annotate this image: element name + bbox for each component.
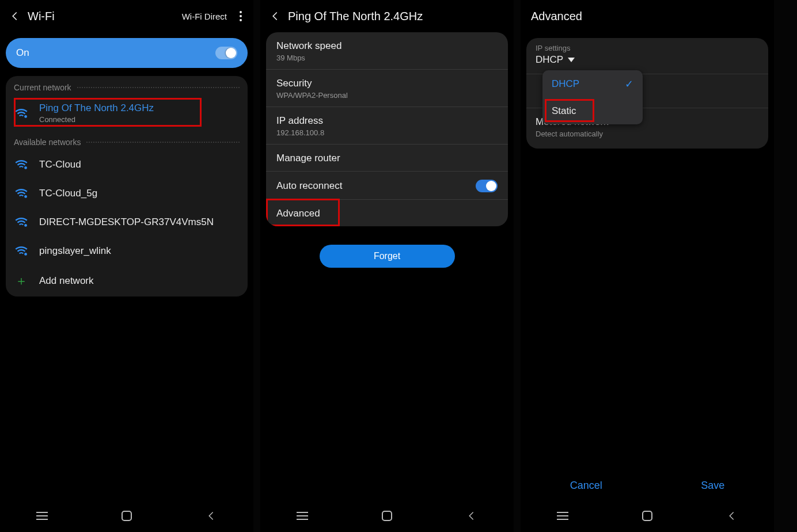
security-row: Security WPA/WPA2-Personal bbox=[266, 70, 508, 107]
ip-address-row: IP address 192.168.100.8 bbox=[266, 107, 508, 145]
back-icon[interactable] bbox=[7, 8, 23, 24]
available-networks-label: Available networks bbox=[6, 131, 248, 150]
back-button[interactable] bbox=[460, 509, 483, 523]
forget-button[interactable]: Forget bbox=[320, 245, 455, 268]
home-button[interactable] bbox=[115, 509, 138, 523]
more-icon[interactable] bbox=[235, 11, 246, 21]
wifi-lock-icon bbox=[14, 215, 29, 230]
advanced-row[interactable]: Advanced bbox=[266, 200, 508, 226]
header: Ping Of The North 2.4GHz bbox=[260, 0, 514, 32]
network-row[interactable]: pingslayer_wlink bbox=[6, 237, 248, 265]
recents-button[interactable] bbox=[291, 509, 314, 523]
add-network-label: Add network bbox=[39, 275, 94, 287]
ip-settings-row[interactable]: IP settings DHCP bbox=[536, 44, 759, 66]
svg-point-0 bbox=[24, 115, 27, 118]
connected-status: Connected bbox=[39, 115, 154, 124]
header: Wi-Fi Wi-Fi Direct bbox=[0, 0, 253, 32]
wifi-lock-icon bbox=[14, 244, 29, 259]
save-button[interactable]: Save bbox=[701, 480, 724, 492]
network-speed-row: Network speed 39 Mbps bbox=[266, 32, 508, 70]
dropdown-item-static[interactable]: Static bbox=[542, 98, 643, 124]
networks-card: Current network Ping Of The North 2.4GHz… bbox=[6, 76, 248, 297]
wifi-switch[interactable] bbox=[215, 47, 237, 59]
network-row[interactable]: TC-Cloud bbox=[6, 150, 248, 179]
page-title: Ping Of The North 2.4GHz bbox=[288, 10, 507, 23]
ssid: TC-Cloud bbox=[39, 159, 81, 170]
nav-bar bbox=[0, 500, 253, 532]
back-icon[interactable] bbox=[267, 8, 283, 24]
home-button[interactable] bbox=[636, 509, 659, 523]
wifi-direct-link[interactable]: Wi-Fi Direct bbox=[182, 12, 227, 21]
metered-value: Detect automatically bbox=[536, 130, 759, 138]
network-row[interactable]: TC-Cloud_5g bbox=[6, 179, 248, 208]
back-button[interactable] bbox=[720, 509, 743, 523]
network-info-card: Network speed 39 Mbps Security WPA/WPA2-… bbox=[266, 32, 508, 226]
home-button[interactable] bbox=[375, 509, 398, 523]
wifi-lock-icon bbox=[14, 186, 29, 201]
connected-network-row[interactable]: Ping Of The North 2.4GHz Connected bbox=[6, 96, 248, 131]
network-row[interactable]: DIRECT-MGDESKTOP-GR37V4Vms5N bbox=[6, 208, 248, 237]
recents-button[interactable] bbox=[551, 509, 574, 523]
check-icon: ✓ bbox=[625, 78, 633, 90]
auto-reconnect-switch[interactable] bbox=[476, 180, 498, 192]
advanced-card: IP settings DHCP Metered network Detect … bbox=[526, 38, 768, 149]
wifi-on-label: On bbox=[16, 47, 29, 59]
ip-settings-dropdown: DHCP ✓ Static bbox=[542, 70, 643, 124]
dropdown-icon bbox=[568, 58, 575, 62]
auto-reconnect-row[interactable]: Auto reconnect bbox=[266, 172, 508, 200]
wifi-lock-icon bbox=[14, 106, 29, 121]
ip-settings-label: IP settings bbox=[536, 44, 759, 52]
ip-settings-value[interactable]: DHCP bbox=[536, 54, 759, 66]
add-network-row[interactable]: ＋ Add network bbox=[6, 265, 248, 297]
advanced-screen: Advanced IP settings DHCP Metered networ… bbox=[521, 0, 774, 532]
manage-router-row[interactable]: Manage router bbox=[266, 145, 508, 172]
wifi-list-screen: Wi-Fi Wi-Fi Direct On Current network Pi… bbox=[0, 0, 253, 532]
wifi-lock-icon bbox=[14, 157, 29, 172]
nav-bar bbox=[260, 500, 514, 532]
cancel-button[interactable]: Cancel bbox=[570, 480, 602, 492]
svg-point-2 bbox=[24, 195, 27, 198]
header: Advanced bbox=[521, 0, 774, 32]
page-title: Wi-Fi bbox=[28, 10, 182, 23]
network-detail-screen: Ping Of The North 2.4GHz Network speed 3… bbox=[260, 0, 514, 532]
dialog-actions: Cancel Save bbox=[521, 480, 774, 492]
page-title: Advanced bbox=[531, 10, 767, 23]
ssid: TC-Cloud_5g bbox=[39, 188, 97, 199]
current-network-label: Current network bbox=[6, 76, 248, 96]
svg-point-4 bbox=[24, 253, 27, 256]
ssid: pingslayer_wlink bbox=[39, 245, 111, 257]
ssid: DIRECT-MGDESKTOP-GR37V4Vms5N bbox=[39, 216, 214, 228]
connected-ssid: Ping Of The North 2.4GHz bbox=[39, 102, 154, 114]
back-button[interactable] bbox=[200, 509, 223, 523]
plus-icon: ＋ bbox=[14, 272, 29, 290]
dropdown-item-dhcp[interactable]: DHCP ✓ bbox=[542, 70, 643, 98]
nav-bar bbox=[521, 500, 774, 532]
recents-button[interactable] bbox=[31, 509, 54, 523]
svg-point-3 bbox=[24, 224, 27, 227]
svg-point-1 bbox=[24, 166, 27, 169]
wifi-toggle-pill[interactable]: On bbox=[6, 38, 248, 68]
